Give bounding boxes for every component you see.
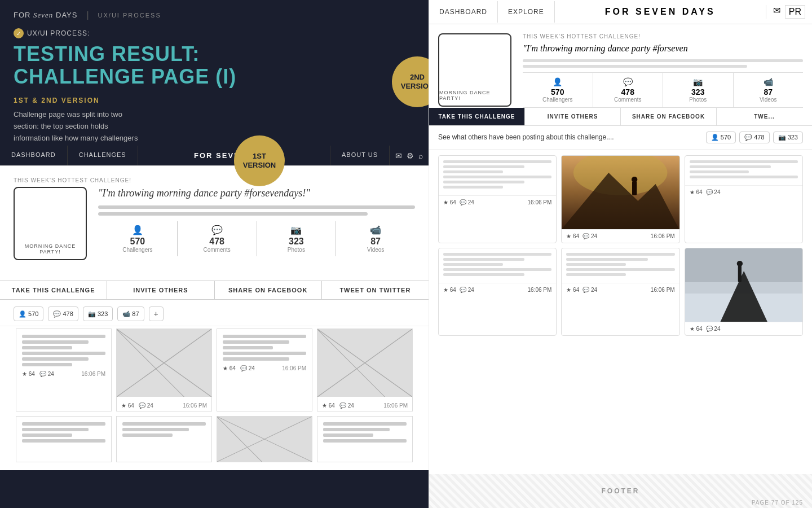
right-invite-others-btn[interactable]: INVITE OTHERS xyxy=(525,108,621,125)
tweet-twitter-btn[interactable]: TWEET ON TWITTER xyxy=(322,281,429,299)
wf-card-3: ★ 64 💬 24 16:06 PM xyxy=(217,329,312,411)
star-icon: ★ 64 xyxy=(223,365,236,371)
line xyxy=(690,176,798,178)
right-stat-challengers: 👤 570 Challengers xyxy=(523,73,593,107)
comments-count: 478 xyxy=(595,87,661,97)
right-tweet-btn[interactable]: TWE... xyxy=(717,108,812,125)
line xyxy=(443,263,503,266)
comment-icon: 💬 24 xyxy=(139,402,153,409)
right-card-6: ★ 64 💬 24 xyxy=(685,248,803,336)
wf-stat-comments: 💬 478 Comments xyxy=(178,221,257,256)
right-nav-dashboard[interactable]: DASHBOARD xyxy=(429,1,498,23)
star-icon: ★ 64 xyxy=(690,189,703,195)
right-stat-comments: 💬 478 Comments xyxy=(593,73,664,107)
challengers-lbl: Challengers xyxy=(525,97,590,103)
star-icon: ★ 64 xyxy=(566,233,579,239)
footer-stats: ★ 64 💬 24 xyxy=(22,371,54,377)
gear-icon[interactable]: ⚙ xyxy=(407,151,414,160)
post-time: 16:06 PM xyxy=(651,233,675,239)
filter-videos-btn[interactable]: 📹 87 xyxy=(117,306,144,321)
line xyxy=(566,268,674,271)
wf-cards-row2 xyxy=(0,414,429,470)
right-card-4: ★ 64 💬 24 16:06 PM xyxy=(438,248,557,336)
line xyxy=(22,357,89,361)
brand-label: FOR Seven DAYS xyxy=(14,11,77,20)
svg-point-16 xyxy=(736,261,742,266)
comments-icon: 💬 xyxy=(595,77,661,86)
wf-filter-bar: 👤 570 💬 478 📷 323 📹 87 + xyxy=(0,300,429,326)
wf-stat-challengers: 👤 570 Challengers xyxy=(98,221,178,256)
search-icon[interactable]: ⌕ xyxy=(418,151,423,160)
filter-photos-btn[interactable]: 📷 323 xyxy=(83,306,113,321)
message-nav-icon[interactable]: ✉ xyxy=(773,5,780,19)
message-icon[interactable]: ✉ xyxy=(395,151,402,160)
wf-hottest-label: THIS WEEK'S HOTTEST CHALLENGE! xyxy=(14,177,415,183)
wf-nav-dashboard[interactable]: DASHBOARD xyxy=(0,146,68,165)
right-actions-bar: TAKE THIS CHALLENGE INVITE OTHERS SHARE … xyxy=(429,108,812,126)
line xyxy=(443,165,524,168)
filter-add-btn[interactable]: + xyxy=(149,306,164,321)
right-card-1-footer: ★ 64 💬 24 16:06 PM xyxy=(439,195,556,209)
line xyxy=(566,258,647,261)
right-image-label: MORNING DANCE PARTY! xyxy=(439,90,510,101)
right-challenge-area: MORNING DANCE PARTY! THIS WEEK'S HOTTEST… xyxy=(429,24,812,108)
wf-cards-row1: ★ 64 💬 24 16:06 PM ★ 64 💬 xyxy=(0,326,429,414)
comment-icon: 💬 24 xyxy=(39,371,54,377)
photos-label: Photos xyxy=(259,247,334,253)
line xyxy=(443,170,503,173)
line xyxy=(323,422,407,426)
line xyxy=(566,263,626,266)
posts-filter-comments[interactable]: 💬 478 xyxy=(739,132,769,143)
right-card-3: ★ 64 💬 24 xyxy=(685,155,803,243)
right-challenge-info: THIS WEEK'S HOTTEST CHALLENGE! "I'm thro… xyxy=(523,33,803,108)
page-number: PAGE 77 OF 125 xyxy=(752,500,803,506)
line xyxy=(323,433,373,437)
filter-challengers-btn[interactable]: 👤 570 xyxy=(14,306,43,321)
profile-nav-icon[interactable]: PR xyxy=(785,5,805,19)
wf-challenge-title: "I'm throwing morning dance party #forse… xyxy=(98,187,415,200)
star-icon: ★ 64 xyxy=(690,326,703,332)
filter-comments-btn[interactable]: 💬 478 xyxy=(48,306,78,321)
photos-icon: 📷 xyxy=(665,77,731,86)
svg-point-10 xyxy=(632,177,637,182)
share-facebook-btn[interactable]: SHARE ON FACEBOOK xyxy=(215,281,322,299)
line xyxy=(122,433,173,437)
line xyxy=(223,346,273,349)
star-icon: ★ 64 xyxy=(443,287,456,293)
fog-svg xyxy=(685,248,802,322)
invite-others-btn[interactable]: INVITE OTHERS xyxy=(107,281,214,299)
right-take-challenge-btn[interactable]: TAKE THIS CHALLENGE xyxy=(429,108,525,125)
right-stat-videos: 📹 87 Videos xyxy=(734,73,804,107)
wf-card-4: ★ 64 💬 24 16:06 PM xyxy=(317,329,413,411)
wf-card-1-lines xyxy=(22,335,105,366)
right-nav-explore[interactable]: EXPLORE xyxy=(498,1,555,23)
photos-num: 323 xyxy=(259,237,334,247)
wf-nav-about[interactable]: ABOUT US xyxy=(330,146,390,165)
wf-card-4-image xyxy=(317,329,412,397)
line xyxy=(223,352,306,355)
line xyxy=(443,186,503,189)
footer-stats: ★ 64 💬 24 xyxy=(566,233,597,239)
card-content xyxy=(685,156,802,185)
line xyxy=(22,433,72,437)
process-label-header: UX/UI PROCESS xyxy=(98,12,161,19)
line xyxy=(22,428,89,431)
footer-stats: ★ 64 💬 24 xyxy=(690,326,721,332)
post-time: 16:06 PM xyxy=(651,287,675,293)
wf-card-2: ★ 64 💬 24 16:06 PM xyxy=(116,329,212,411)
right-card-5-footer: ★ 64 💬 24 16:06 PM xyxy=(562,283,679,296)
star-icon: ★ 64 xyxy=(22,371,35,377)
take-challenge-btn[interactable]: TAKE THIS CHALLENGE xyxy=(0,281,107,299)
comments-label: Comments xyxy=(180,247,254,253)
lines xyxy=(323,422,407,443)
posts-filter-challengers[interactable]: 👤 570 xyxy=(706,132,736,143)
challengers-icon: 👤 xyxy=(100,225,175,235)
posts-filter-photos[interactable]: 📷 323 xyxy=(773,132,803,143)
first-version-wireframe: DASHBOARD CHALLENGES FOR SEVEN DAYS ABOU… xyxy=(0,146,429,470)
right-share-facebook-btn[interactable]: SHARE ON FACEBOOK xyxy=(621,108,717,125)
wf-nav-challenges[interactable]: CHALLENGES xyxy=(68,146,138,165)
right-challenge-title: "I'm throwing morning dance party #forse… xyxy=(523,43,803,55)
comment-icon: 💬 24 xyxy=(582,287,597,293)
line xyxy=(22,352,105,355)
right-panel: DASHBOARD EXPLORE FOR SEVEN DAYS ✉ PR MO… xyxy=(429,0,812,508)
